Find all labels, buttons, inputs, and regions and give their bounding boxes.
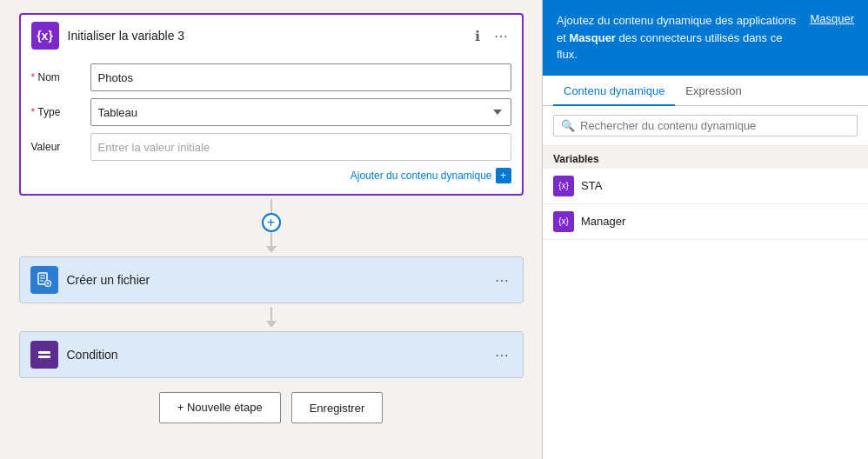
panel-hide-button[interactable]: Masquer [810, 12, 854, 25]
tab-contenu-label: Contenu dynamique [564, 84, 664, 97]
sta-label: STA [581, 179, 602, 192]
add-dynamic-row: Ajouter du contenu dynamique + [31, 168, 511, 183]
sta-icon: {x} [553, 176, 574, 196]
init-variable-card: {x} Initialiser la variable 3 ℹ ⋯ Nom Ty… [19, 13, 524, 196]
type-select[interactable]: Tableau [90, 98, 511, 126]
connector-line-3 [270, 307, 272, 321]
connector-1: + [262, 199, 281, 253]
condition-card: Condition ⋯ [19, 331, 524, 378]
connector-line-1 [270, 199, 272, 213]
panel-header-strong: Masquer [569, 31, 615, 44]
connector-2 [266, 307, 277, 328]
nouvelle-etape-label: + Nouvelle étape [177, 401, 263, 414]
variable-sta-item[interactable]: {x} STA [543, 169, 868, 204]
panel-search-area: 🔍 [543, 106, 868, 146]
card-title: Initialiser la variable 3 [68, 29, 463, 43]
type-row: Type Tableau [31, 98, 511, 126]
svg-rect-3 [38, 356, 50, 358]
more-options-button[interactable]: ⋯ [491, 26, 511, 46]
variable-manager-item[interactable]: {x} Manager [543, 204, 868, 240]
panel-tabs: Contenu dynamique Expression [543, 76, 868, 106]
nom-label: Nom [31, 71, 83, 83]
tab-contenu-dynamique[interactable]: Contenu dynamique [553, 76, 675, 106]
right-panel: Ajoutez du contenu dynamique des applica… [542, 0, 868, 459]
creer-fichier-more-btn[interactable]: ⋯ [491, 270, 512, 290]
manager-label: Manager [581, 215, 625, 228]
creer-fichier-icon [30, 266, 58, 294]
variables-section-label: Variables [543, 146, 868, 169]
condition-icon [30, 341, 58, 369]
nom-row: Nom [31, 63, 511, 91]
card-header: {x} Initialiser la variable 3 ℹ ⋯ [21, 15, 522, 57]
panel-header: Ajoutez du contenu dynamique des applica… [543, 0, 868, 76]
valeur-label: Valeur [31, 141, 83, 153]
search-input[interactable] [580, 119, 850, 132]
enregistrer-button[interactable]: Enregistrer [291, 392, 384, 423]
valeur-placeholder-text: Entrer la valeur initiale [98, 141, 210, 154]
add-dynamic-icon[interactable]: + [496, 168, 511, 183]
icon-label: {x} [37, 29, 53, 43]
tab-expression-label: Expression [685, 84, 741, 97]
tab-expression[interactable]: Expression [675, 76, 751, 106]
bottom-actions: + Nouvelle étape Enregistrer [159, 392, 384, 423]
card-body: Nom Type Tableau Valeur Entrer la valeur… [21, 57, 522, 194]
enregistrer-label: Enregistrer [310, 402, 365, 415]
manager-icon: {x} [553, 211, 574, 232]
card-icon: {x} [31, 22, 59, 50]
add-step-btn-1[interactable]: + [262, 213, 281, 232]
panel-header-text: Ajoutez du contenu dynamique des applica… [557, 12, 803, 63]
valeur-input[interactable]: Entrer la valeur initiale [90, 133, 511, 161]
nouvelle-etape-button[interactable]: + Nouvelle étape [159, 392, 281, 423]
creer-fichier-card: Créer un fichier ⋯ [19, 256, 524, 303]
connector-line-2 [270, 232, 272, 246]
type-label: Type [31, 106, 83, 118]
connector-arrow-2 [266, 321, 277, 328]
card-actions: ℹ ⋯ [471, 26, 511, 46]
info-button[interactable]: ℹ [471, 26, 484, 46]
connector-arrow-1 [266, 246, 277, 253]
search-icon: 🔍 [561, 119, 575, 132]
valeur-row: Valeur Entrer la valeur initiale [31, 133, 511, 161]
creer-fichier-title: Créer un fichier [67, 273, 483, 287]
search-box: 🔍 [553, 115, 858, 136]
add-dynamic-link[interactable]: Ajouter du contenu dynamique [351, 170, 492, 182]
condition-more-btn[interactable]: ⋯ [491, 345, 512, 365]
condition-title: Condition [67, 348, 483, 362]
svg-rect-2 [38, 351, 50, 354]
nom-input[interactable] [90, 63, 511, 91]
main-canvas: {x} Initialiser la variable 3 ℹ ⋯ Nom Ty… [0, 0, 542, 459]
